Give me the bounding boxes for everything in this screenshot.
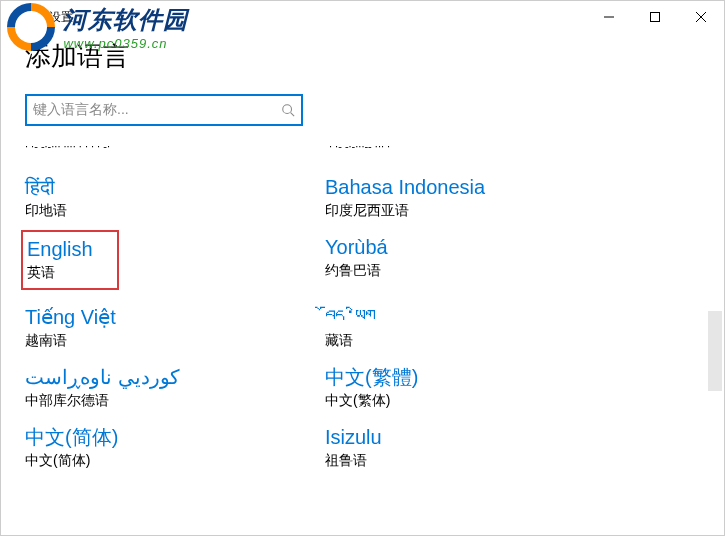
- language-local-name: 约鲁巴语: [325, 262, 625, 280]
- page-heading: 添加语言: [25, 39, 700, 74]
- search-icon: [281, 103, 295, 117]
- scrollbar[interactable]: [708, 311, 722, 391]
- language-item[interactable]: English英语: [25, 230, 325, 300]
- language-local-name: 祖鲁语: [325, 452, 625, 470]
- maximize-button[interactable]: [632, 1, 678, 33]
- minimize-icon: [603, 11, 615, 23]
- language-native-name: Isizulu: [325, 424, 625, 450]
- language-local-name: 越南语: [25, 332, 325, 350]
- maximize-icon: [649, 11, 661, 23]
- language-local-name: 中文(简体): [25, 452, 325, 470]
- language-item[interactable]: 中文(繁體)中文(繁体): [325, 360, 625, 420]
- language-item[interactable]: Isizulu祖鲁语: [325, 420, 625, 480]
- close-button[interactable]: [678, 1, 724, 33]
- language-native-name: Yorùbá: [325, 234, 625, 260]
- window-title: 设置: [45, 9, 73, 26]
- language-item[interactable]: Tiếng Việt越南语: [25, 300, 325, 360]
- svg-line-5: [291, 113, 295, 117]
- language-local-name: 藏语: [325, 332, 625, 350]
- truncated-row: · ·- -·-··· ···· · · · · -· · ·- -·-···-…: [25, 140, 700, 152]
- language-native-name: English: [27, 236, 111, 262]
- language-local-name: 中文(繁体): [325, 392, 625, 410]
- content-area: 添加语言 键入语言名称... · ·- -·-··· ···· · · · · …: [1, 39, 724, 480]
- titlebar: 设置: [1, 1, 724, 33]
- language-local-name: 英语: [27, 264, 111, 282]
- truncated-right: · ·- -·-···-- ··· ·: [325, 140, 390, 152]
- language-item[interactable]: 中文(简体)中文(简体): [25, 420, 325, 480]
- truncated-left: · ·- -·-··· ···· · · · · -·: [25, 140, 325, 152]
- back-button[interactable]: [1, 1, 45, 33]
- language-local-name: 中部库尔德语: [25, 392, 325, 410]
- language-item[interactable]: Bahasa Indonesia印度尼西亚语: [325, 170, 625, 230]
- language-local-name: 印地语: [25, 202, 325, 220]
- language-native-name: Tiếng Việt: [25, 304, 325, 330]
- language-native-name: 中文(繁體): [325, 364, 625, 390]
- highlight-box: English英语: [21, 230, 119, 290]
- svg-rect-1: [651, 13, 660, 22]
- language-native-name: བོད་ཡིག: [325, 304, 625, 330]
- svg-point-4: [283, 105, 292, 114]
- language-item[interactable]: كورديي ناوەڕاست中部库尔德语: [25, 360, 325, 420]
- minimize-button[interactable]: [586, 1, 632, 33]
- language-item[interactable]: བོད་ཡིག藏语: [325, 300, 625, 360]
- search-input[interactable]: 键入语言名称...: [25, 94, 303, 126]
- close-icon: [695, 11, 707, 23]
- language-native-name: Bahasa Indonesia: [325, 174, 625, 200]
- language-item[interactable]: हिंदी印地语: [25, 170, 325, 230]
- language-native-name: 中文(简体): [25, 424, 325, 450]
- language-native-name: كورديي ناوەڕاست: [25, 364, 325, 390]
- language-local-name: 印度尼西亚语: [325, 202, 625, 220]
- language-item[interactable]: Yorùbá约鲁巴语: [325, 230, 625, 300]
- search-placeholder: 键入语言名称...: [33, 101, 281, 119]
- back-arrow-icon: [15, 9, 31, 25]
- language-grid: हिंदी印地语Bahasa Indonesia印度尼西亚语English英语Y…: [25, 170, 700, 480]
- window-controls: [586, 1, 724, 33]
- language-native-name: हिंदी: [25, 174, 325, 200]
